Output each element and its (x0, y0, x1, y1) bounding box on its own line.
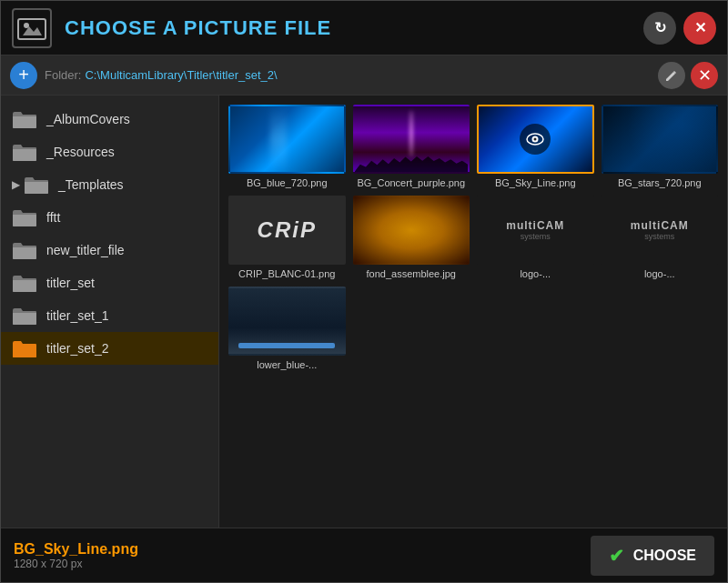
sidebar-item-label: titler_set_1 (46, 308, 108, 323)
folder-icon (12, 273, 37, 293)
file-area: BG_blue_720.pngBG_Concert_purple.pngBG_S… (219, 95, 727, 528)
sidebar-item-resources[interactable]: _Resources (1, 136, 218, 168)
folder-icon (12, 240, 37, 260)
sidebar-item-templates[interactable]: ▶_Templates (1, 168, 218, 201)
file-item-crip-blanc[interactable]: CRiPCRIP_BLANC-01.png (228, 196, 346, 279)
svg-point-5 (534, 138, 537, 141)
refresh-button[interactable]: ↻ (643, 12, 676, 45)
file-item-bg-concert[interactable]: BG_Concert_purple.png (353, 105, 470, 188)
file-item-logo-2[interactable]: multiCAMsystemslogo-... (602, 196, 719, 279)
file-name-label: CRIP_BLANC-01.png (238, 268, 335, 279)
file-item-logo-1[interactable]: multiCAMsystemslogo-... (477, 196, 594, 279)
file-name-label: BG_Sky_Line.png (495, 177, 576, 188)
dialog: CHOOSE A PICTURE FILE ↻ ✕ + Folder: C:\M… (0, 0, 728, 583)
sidebar-item-label: titler_set (46, 276, 95, 290)
file-item-bg-sky[interactable]: BG_Sky_Line.png (477, 105, 594, 188)
file-item-lower-blue[interactable]: lower_blue-... (228, 286, 346, 370)
add-folder-button[interactable]: + (10, 62, 37, 89)
sidebar-item-label: _AlbumCovers (46, 112, 130, 126)
file-thumbnail (353, 105, 470, 174)
selected-file-name: BG_Sky_Line.png (14, 541, 138, 558)
folder-icon (12, 142, 37, 162)
selected-file-dims: 1280 x 720 px (14, 558, 138, 570)
choose-button[interactable]: ✔ CHOOSE (591, 536, 714, 576)
folder-bar: + Folder: C:\MulticamLibrary\Titler\titl… (1, 55, 727, 95)
sidebar: _AlbumCovers_Resources▶_Templatesffttnew… (1, 95, 219, 528)
file-item-bg-blue[interactable]: BG_blue_720.png (228, 105, 346, 188)
file-thumbnail: CRiP (228, 196, 346, 265)
file-name-label: fond_assemblee.jpg (367, 268, 456, 279)
file-item-fond-assemblee[interactable]: fond_assemblee.jpg (353, 196, 470, 279)
sidebar-item-label: _Templates (58, 177, 124, 192)
file-grid: BG_blue_720.pngBG_Concert_purple.pngBG_S… (228, 105, 718, 370)
file-thumbnail: multiCAMsystems (602, 196, 719, 265)
folder-icon (24, 175, 49, 195)
title-prefix: CHOOSE A (65, 16, 184, 39)
dialog-title: CHOOSE A PICTURE FILE (65, 16, 643, 40)
folder-icon (12, 109, 37, 129)
main-content: _AlbumCovers_Resources▶_Templatesffttnew… (1, 95, 727, 528)
folder-label: Folder: (45, 68, 81, 82)
file-name-label: BG_blue_720.png (247, 177, 328, 188)
svg-point-2 (24, 23, 29, 28)
sidebar-item-new-titler-file[interactable]: new_titler_file (1, 234, 218, 266)
choose-label: CHOOSE (633, 548, 696, 564)
svg-rect-0 (18, 19, 46, 39)
sidebar-item-label: new_titler_file (46, 243, 125, 257)
edit-folder-button[interactable] (658, 62, 685, 89)
title-bar: CHOOSE A PICTURE FILE ↻ ✕ (1, 1, 727, 55)
sidebar-item-fftt[interactable]: fftt (1, 201, 218, 234)
file-name-label: logo-... (644, 268, 675, 279)
sidebar-item-titler-set-2[interactable]: titler_set_2 (1, 332, 218, 365)
status-bar: BG_Sky_Line.png 1280 x 720 px ✔ CHOOSE (1, 528, 727, 582)
file-item-bg-stars[interactable]: BG_stars_720.png (602, 105, 719, 188)
file-thumbnail (228, 105, 346, 174)
sidebar-item-label: _Resources (46, 145, 115, 159)
close-button[interactable]: ✕ (683, 12, 716, 45)
sidebar-item-titler-set-1[interactable]: titler_set_1 (1, 299, 218, 332)
title-icon (12, 8, 52, 48)
delete-folder-button[interactable]: ✕ (691, 62, 718, 89)
folder-actions: ✕ (658, 62, 718, 89)
title-suffix: FILE (278, 16, 331, 39)
title-highlight: PICTURE (184, 16, 278, 39)
check-icon: ✔ (609, 545, 624, 567)
sidebar-item-label: fftt (46, 210, 60, 225)
folder-icon (12, 338, 37, 358)
file-name-label: BG_stars_720.png (618, 177, 702, 188)
preview-eye-icon (520, 124, 551, 155)
file-name-label: BG_Concert_purple.png (357, 177, 465, 188)
selected-info: BG_Sky_Line.png 1280 x 720 px (14, 541, 138, 570)
sidebar-item-label: titler_set_2 (46, 341, 108, 356)
title-buttons: ↻ ✕ (643, 12, 716, 45)
file-thumbnail (353, 196, 470, 265)
folder-path: C:\MulticamLibrary\Titler\titler_set_2\ (85, 68, 658, 82)
file-name-label: logo-... (520, 268, 551, 279)
file-name-label: lower_blue-... (257, 359, 317, 370)
expand-arrow-icon: ▶ (12, 178, 20, 191)
folder-icon (12, 306, 37, 326)
folder-icon (12, 207, 37, 227)
sidebar-item-titler-set[interactable]: titler_set (1, 266, 218, 299)
file-thumbnail (602, 105, 719, 174)
file-thumbnail: multiCAMsystems (477, 196, 594, 265)
file-thumbnail (477, 105, 594, 174)
file-thumbnail (228, 286, 346, 356)
sidebar-item-album-covers[interactable]: _AlbumCovers (1, 103, 218, 136)
